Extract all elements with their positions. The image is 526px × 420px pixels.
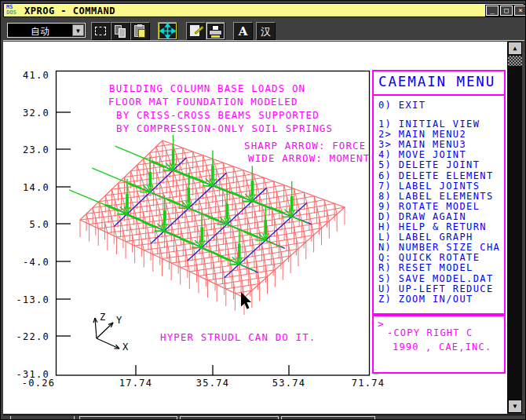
paste-icon-tab (137, 24, 142, 27)
y-axis-tick-label: 5.0 (10, 219, 49, 230)
y-axis-tick-label: -22.0 (10, 331, 49, 342)
plot-title-line-2: FLOOR MAT FOUNDATION MODELED (108, 96, 298, 108)
scroll-up-button[interactable]: ▲ (508, 42, 522, 55)
triad-label-z: Z (100, 312, 105, 323)
menu-item[interactable]: S) SAVE MODEL.DAT (378, 274, 500, 284)
y-axis-tick-label: 41.0 (10, 70, 49, 81)
copy-button[interactable] (111, 22, 130, 40)
app-window: MS DOS XPROG - COMMAND _ □ × 自动 ▼ (0, 0, 526, 420)
x-axis-tick-label: 71.74 (345, 378, 392, 389)
y-axis-tick-label: 23.0 (10, 144, 49, 155)
triad-label-x: X (122, 341, 128, 352)
command-prompt: > (378, 318, 384, 330)
menu-item[interactable]: 9) ROTATE MODEL (378, 202, 500, 212)
printer-tray-icon (211, 35, 220, 38)
triad-label-y: Y (116, 315, 122, 326)
maximize-button[interactable]: □ (500, 5, 513, 16)
toolbar: 自动 ▼ (3, 18, 524, 41)
print-button[interactable] (206, 22, 225, 40)
cross-arrows-icon (159, 23, 177, 39)
pan-fit-button[interactable] (158, 22, 177, 40)
menu-item-list: 0) EXIT1) INITIAL VIEW2> MAIN MENU23> MA… (378, 100, 500, 305)
y-axis-tick-label: -13.0 (10, 294, 49, 305)
marquee-select-button[interactable] (91, 22, 111, 40)
menu-item[interactable]: U) UP-LEFT REDUCE (378, 284, 500, 294)
copyright-line-2: 1990 , CAE,INC. (393, 341, 491, 352)
printer-icon (209, 30, 222, 35)
plot-title-line-4: BY COMPRESSION-ONLY SOIL SPRINGS (116, 122, 333, 134)
edit-properties-button[interactable] (186, 22, 206, 40)
chinese-input-button[interactable]: 汉 (256, 22, 276, 40)
bottombar-segment[interactable] (79, 416, 177, 420)
menu-item[interactable]: Z) ZOOM IN/OUT (378, 294, 500, 305)
bottombar-segment[interactable] (180, 416, 279, 420)
input-mode-value: 自动 (8, 25, 72, 38)
x-axis-tick-label: 17.74 (112, 378, 159, 389)
title-bar: MS DOS XPROG - COMMAND _ □ × (3, 3, 524, 17)
paste-button[interactable] (130, 22, 150, 40)
letter-a-icon: A (234, 24, 252, 38)
vertical-scrollbar[interactable]: ▲ ▼ (506, 42, 522, 414)
copyright-line-1: -COPY RIGHT C (387, 327, 473, 338)
scroll-down-button[interactable]: ▼ (508, 400, 522, 413)
font-button[interactable]: A (233, 22, 253, 40)
bottombar-divider (10, 416, 11, 420)
y-axis-tick-label: 32.0 (10, 108, 49, 119)
legend-moment: WIDE ARROW: MOMENT (248, 152, 370, 164)
x-axis-tick-label: -0.26 (15, 378, 62, 389)
plot-title-line-1: BUILDING COLUMN BASE LOADS ON (109, 82, 305, 94)
y-axis-tick-label: 14.0 (10, 182, 49, 193)
bottombar-divider (74, 416, 75, 420)
window-title: XPROG - COMMAND (24, 5, 115, 16)
menu-item[interactable]: R) RESET MODEL (378, 263, 500, 273)
copy-icon-front (119, 28, 126, 38)
menu-item[interactable]: 5) DELETE JOINT (378, 160, 500, 170)
msdos-app-icon[interactable]: MS DOS (6, 5, 22, 16)
x-axis-tick-label: 35.74 (189, 378, 236, 389)
chevron-down-icon[interactable]: ▼ (72, 24, 84, 36)
input-mode-dropdown[interactable]: 自动 ▼ (7, 23, 86, 38)
menu-item[interactable]: 8) LABEL ELEMENTS (378, 192, 500, 202)
plot-title-line-3: BY CRISS-CROSS BEAMS SUPPORTED (116, 109, 320, 121)
msdos-icon-text-bottom: DOS (6, 10, 22, 16)
marquee-icon (95, 27, 106, 35)
menu-divider (372, 94, 506, 96)
menu-item[interactable]: 0) EXIT (378, 100, 500, 111)
minimize-button[interactable]: _ (486, 5, 499, 16)
close-button[interactable]: × (514, 5, 526, 16)
bottom-status-bar[interactable] (3, 415, 524, 420)
x-axis-tick-label: 53.74 (265, 378, 312, 389)
chinese-character-icon: 汉 (257, 25, 275, 39)
menu-title: CAEMAIN MENU (378, 74, 495, 89)
bottombar-segment[interactable] (281, 416, 375, 420)
paste-icon-sheet (138, 29, 145, 38)
plot-caption: HYPER STRUDL CAN DO IT. (160, 331, 316, 343)
y-axis-tick-label: -4.0 (10, 257, 49, 268)
menu-item[interactable]: 6) DELETE ELEMENT (378, 171, 500, 181)
legend-force: SHARP ARROW: FORCE (244, 140, 366, 152)
menu-item[interactable]: 7) LABEL JOINTS (378, 181, 500, 192)
scrollbar-thumb[interactable] (508, 56, 522, 66)
